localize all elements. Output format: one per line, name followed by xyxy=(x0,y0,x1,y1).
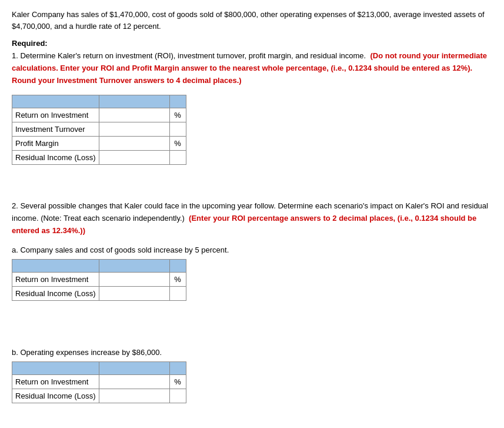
investment-turnover-input-cell xyxy=(99,122,169,137)
scenario-b-table-container: Return on Investment % Residual Income (… xyxy=(12,361,492,403)
scenario-a-label: a. Company sales and cost of goods sold … xyxy=(12,245,492,254)
row-label: Residual Income (Loss) xyxy=(12,286,99,300)
sa-roi-input-cell xyxy=(99,272,169,286)
row-label: Return on Investment xyxy=(12,108,99,122)
residual-income-empty xyxy=(169,151,186,165)
sa-residual-input-cell xyxy=(99,286,169,300)
scenario-a-table: Return on Investment % Residual Income (… xyxy=(12,259,186,301)
table-row: Investment Turnover xyxy=(12,122,186,137)
row-label: Return on Investment xyxy=(12,374,99,389)
profit-margin-input[interactable] xyxy=(99,138,169,149)
table-row: Return on Investment % xyxy=(12,272,186,286)
sa-residual-input[interactable] xyxy=(99,288,169,299)
table-row: Residual Income (Loss) xyxy=(12,286,186,300)
table1: Return on Investment % Investment Turnov… xyxy=(12,95,186,165)
row-label: Residual Income (Loss) xyxy=(12,389,99,403)
sb-roi-input-cell xyxy=(99,374,169,389)
sb-roi-input[interactable] xyxy=(99,376,169,387)
table-row: Return on Investment % xyxy=(12,374,186,389)
table1-container: Return on Investment % Investment Turnov… xyxy=(12,95,492,165)
sb-residual-input-cell xyxy=(99,389,169,403)
investment-turnover-input[interactable] xyxy=(99,124,169,135)
scenario-b-table: Return on Investment % Residual Income (… xyxy=(12,361,186,403)
table-row: Return on Investment % xyxy=(12,108,186,122)
table-row: Residual Income (Loss) xyxy=(12,151,186,165)
sb-residual-empty xyxy=(169,389,186,403)
table1-header-col3 xyxy=(169,95,186,108)
residual-income-input[interactable] xyxy=(99,152,169,163)
roi-input-cell xyxy=(99,108,169,122)
sa-residual-empty xyxy=(169,286,186,300)
table-row: Profit Margin % xyxy=(12,137,186,151)
sa-header-col2 xyxy=(99,259,169,272)
q1-prefix: 1. Determine Kaler's return on investmen… xyxy=(12,51,366,60)
row-label: Investment Turnover xyxy=(12,122,99,137)
row-label: Return on Investment xyxy=(12,272,99,286)
profit-margin-input-cell xyxy=(99,137,169,151)
table1-header-col1 xyxy=(12,95,99,108)
sb-roi-percent: % xyxy=(169,374,186,389)
sb-header-col3 xyxy=(169,361,186,374)
intro-text: Kaler Company has sales of $1,470,000, c… xyxy=(12,9,492,32)
q2-text: 2. Several possible changes that Kaler c… xyxy=(12,200,492,237)
sb-residual-input[interactable] xyxy=(99,390,169,402)
table1-header-col2 xyxy=(99,95,169,108)
sa-roi-input[interactable] xyxy=(99,274,169,285)
scenario-a-table-container: Return on Investment % Residual Income (… xyxy=(12,259,492,301)
scenario-b-label: b. Operating expenses increase by $86,00… xyxy=(12,348,492,357)
sa-header-col1 xyxy=(12,259,99,272)
investment-turnover-empty xyxy=(169,122,186,137)
residual-income-input-cell xyxy=(99,151,169,165)
table-row: Residual Income (Loss) xyxy=(12,389,186,403)
sb-header-col2 xyxy=(99,361,169,374)
sa-header-col3 xyxy=(169,259,186,272)
sa-roi-percent: % xyxy=(169,272,186,286)
profit-margin-percent: % xyxy=(169,137,186,151)
row-label: Profit Margin xyxy=(12,137,99,151)
sb-header-col1 xyxy=(12,361,99,374)
roi-percent: % xyxy=(169,108,186,122)
required-label: Required: xyxy=(12,39,492,48)
roi-input[interactable] xyxy=(99,110,169,121)
row-label: Residual Income (Loss) xyxy=(12,151,99,165)
q1-text: 1. Determine Kaler's return on investmen… xyxy=(12,50,492,87)
